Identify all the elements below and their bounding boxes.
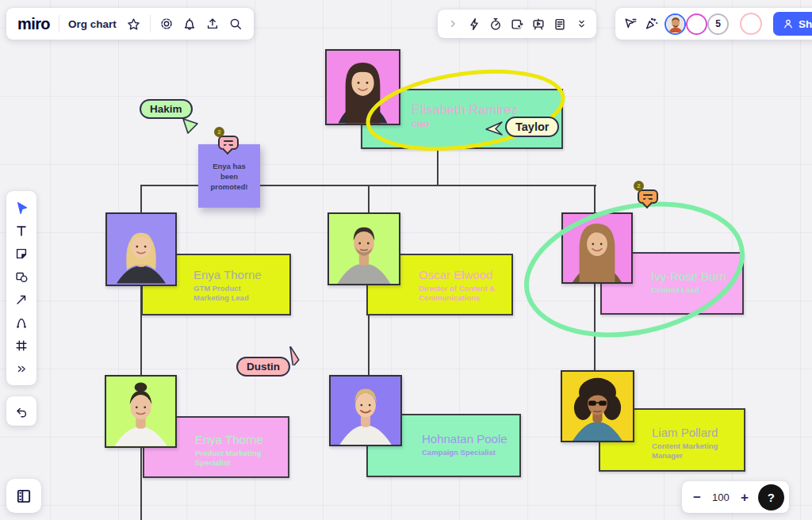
card-title: Product Marketing Specialist [195, 449, 274, 468]
collaborator-avatar[interactable] [665, 13, 686, 35]
quick-actions-lightning-icon[interactable] [467, 17, 481, 31]
card-name: Liam Pollard [652, 426, 744, 439]
comment-bubble-icon [638, 189, 658, 204]
facilitation-toolbar [438, 10, 596, 38]
portrait-man-curly-hair-sunglasses [562, 372, 633, 441]
cursor-hakim: Hakim [140, 99, 193, 119]
card-photo[interactable] [561, 212, 633, 284]
screen-capture-icon[interactable] [510, 17, 524, 31]
divider [59, 15, 59, 32]
portrait-woman-hair-bun [106, 377, 175, 446]
zoom-controls: − 100 + ? [682, 481, 789, 513]
card-name: Oscar Elwood [419, 268, 511, 281]
comment-thread[interactable]: 2 [635, 185, 659, 208]
connector-line [437, 147, 439, 186]
collapse-double-chevron-icon[interactable] [574, 17, 588, 31]
presentation-mode-icon[interactable] [531, 17, 546, 31]
text-tool[interactable] [10, 220, 33, 241]
zoom-out-button[interactable]: − [693, 491, 701, 504]
collaborator-avatar-empty[interactable] [740, 13, 762, 35]
card-title: Content Marketing Manager [652, 442, 734, 461]
card-name: Enya Thorne [195, 433, 288, 446]
creation-toolbar [6, 191, 36, 385]
card-title: Content Lead [651, 285, 740, 295]
settings-gear-icon[interactable] [159, 17, 174, 31]
card-name: Ivy-Rose Burn [651, 270, 742, 283]
share-button-label: Share [799, 18, 812, 30]
cursor-dustin: Dustin [236, 357, 290, 377]
card-name: Elisabeth Ramirez [412, 102, 561, 117]
card-name: Hohnatan Poole [422, 432, 519, 445]
comment-count-badge: 2 [214, 127, 224, 137]
card-photo[interactable] [327, 212, 400, 285]
reactions-confetti-icon[interactable] [644, 17, 658, 31]
cursor-pointer-icon [484, 119, 504, 140]
board-canvas[interactable]: Elisabeth Ramirez CMO Enya Thorne GTM Pr… [0, 0, 812, 520]
cursor-pointer-icon [181, 117, 200, 136]
comment-thread[interactable]: 2 [216, 132, 239, 154]
portrait-man-short-dark-hair [329, 214, 399, 284]
portrait-woman-long-dark-hair [327, 51, 399, 124]
expand-chevron-icon[interactable] [446, 17, 460, 31]
app-header-left: miro Org chart [6, 8, 254, 40]
card-photo[interactable] [329, 375, 402, 446]
divider [150, 15, 151, 32]
notes-document-icon[interactable] [553, 17, 567, 31]
collaborator-count-badge[interactable]: 5 [707, 13, 729, 35]
card-title: Campaign Specialist [422, 448, 511, 457]
frame-tool[interactable] [10, 335, 33, 356]
cursor-taylor: Taylor [484, 117, 559, 137]
select-cursor-tool[interactable] [10, 197, 33, 218]
card-title: GTM Product Marketing Lead [193, 284, 270, 304]
sticky-note-tool[interactable] [10, 243, 33, 264]
card-photo[interactable] [561, 370, 634, 442]
collaborator-avatar[interactable] [686, 13, 707, 35]
more-tools-icon[interactable] [10, 358, 33, 379]
undo-icon[interactable] [14, 404, 29, 419]
portrait-woman-long-brown-hair [563, 214, 631, 282]
card-name: Enya Thorne [193, 268, 289, 281]
collaboration-toolbar: 5 Share [615, 8, 812, 40]
sticky-note-text: Enya has been promoted! [205, 162, 254, 192]
zoom-level[interactable]: 100 [710, 491, 731, 503]
follow-cursors-icon[interactable] [623, 17, 638, 31]
comment-bubble-icon [218, 136, 239, 150]
star-favorite-icon[interactable] [127, 17, 141, 31]
export-share-board-icon[interactable] [205, 17, 220, 31]
shapes-tool[interactable] [10, 266, 33, 287]
pen-tool[interactable] [10, 312, 33, 333]
sticky-note[interactable]: Enya has been promoted! [198, 144, 260, 208]
portrait-man-blond-hair [331, 377, 400, 445]
help-button[interactable]: ? [758, 484, 784, 510]
board-title[interactable]: Org chart [68, 18, 117, 30]
notifications-bell-icon[interactable] [182, 17, 197, 31]
miro-logo[interactable]: miro [17, 15, 50, 33]
undo-panel [6, 396, 36, 426]
card-photo[interactable] [325, 49, 400, 125]
comment-count-badge: 2 [634, 181, 644, 191]
card-title: Director of Content & Communications [419, 284, 508, 304]
avatar-face [667, 15, 684, 32]
frames-panel-icon [15, 488, 33, 505]
cursor-pointer-icon [282, 346, 301, 365]
timer-icon[interactable] [488, 17, 503, 31]
card-photo[interactable] [105, 212, 177, 286]
person-icon [783, 18, 794, 29]
card-photo[interactable] [105, 375, 177, 448]
frames-panel-button[interactable] [6, 479, 41, 513]
connector-arrow-tool[interactable] [10, 289, 33, 310]
zoom-in-button[interactable]: + [741, 491, 749, 504]
search-icon[interactable] [228, 17, 243, 31]
share-button[interactable]: Share [773, 12, 812, 36]
cursor-name-pill: Taylor [505, 117, 559, 137]
portrait-woman-blonde-bob [107, 214, 175, 285]
